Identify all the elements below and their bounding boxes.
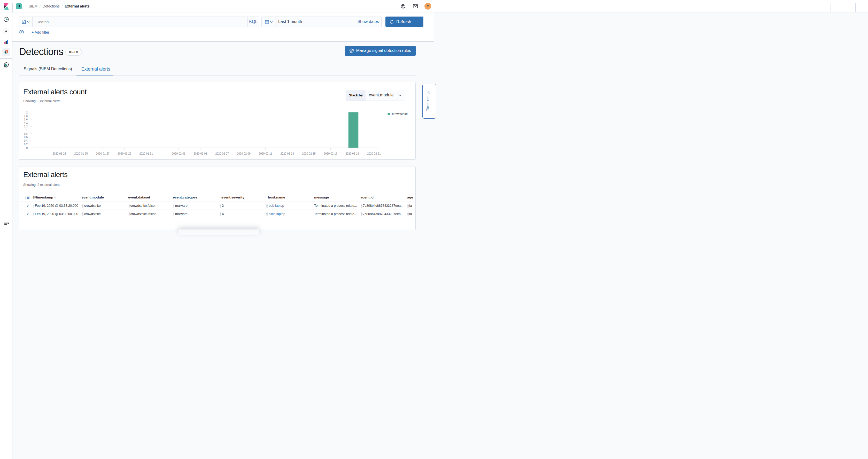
svg-text:2020-02-05: 2020-02-05: [193, 152, 207, 155]
svg-text:2020-01-27: 2020-01-27: [96, 152, 109, 155]
svg-text:1: 1: [26, 129, 28, 131]
svg-text:2020-02-07: 2020-02-07: [215, 152, 228, 155]
svg-text:2020-02-13: 2020-02-13: [280, 152, 294, 155]
svg-text:2020-01-25: 2020-01-25: [74, 152, 88, 155]
svg-text:0: 0: [26, 146, 28, 149]
svg-text:2020-02-15: 2020-02-15: [302, 152, 315, 155]
svg-text:0.2: 0.2: [24, 143, 28, 146]
svg-text:1.4: 1.4: [24, 121, 28, 124]
svg-text:1.2: 1.2: [24, 125, 28, 128]
svg-text:2: 2: [26, 111, 28, 114]
svg-text:2020-01-29: 2020-01-29: [118, 152, 131, 155]
svg-text:1.8: 1.8: [24, 115, 28, 117]
svg-text:0.8: 0.8: [24, 132, 28, 135]
svg-text:2020-02-17: 2020-02-17: [324, 152, 337, 155]
svg-text:2020-02-11: 2020-02-11: [259, 152, 272, 155]
svg-text:0.4: 0.4: [24, 139, 28, 142]
svg-text:2020-02-19: 2020-02-19: [345, 152, 359, 155]
svg-text:0.6: 0.6: [24, 136, 28, 139]
svg-text:2020-02-21: 2020-02-21: [367, 152, 380, 155]
svg-text:1.6: 1.6: [24, 118, 28, 121]
svg-text:2020-01-23: 2020-01-23: [53, 152, 66, 155]
svg-text:2020-01-31: 2020-01-31: [139, 152, 153, 155]
svg-text:2020-02-03: 2020-02-03: [172, 152, 185, 155]
svg-text:2020-02-09: 2020-02-09: [237, 152, 250, 155]
